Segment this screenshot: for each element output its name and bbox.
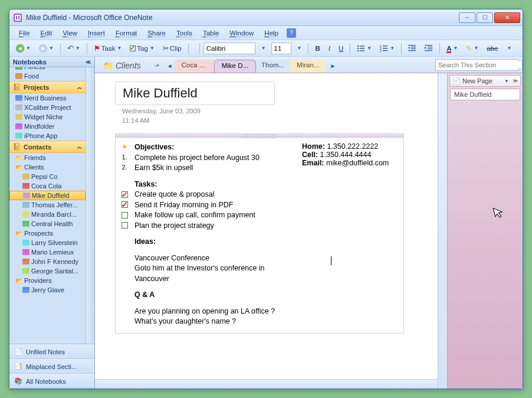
font-name-input[interactable] <box>203 43 255 54</box>
notebooks-icon: 📚 <box>14 377 22 385</box>
menu-edit[interactable]: Edit <box>36 28 57 38</box>
tab-mike-duffield[interactable]: Mike D... <box>214 60 256 73</box>
minimize-button[interactable]: ─ <box>459 12 475 23</box>
bullets-button[interactable]: ▼ <box>354 42 375 55</box>
svg-rect-3 <box>18 16 19 19</box>
menu-insert[interactable]: Insert <box>83 28 110 38</box>
indent-button[interactable] <box>422 42 436 55</box>
nav-item[interactable]: Mario Lemieux <box>9 247 86 257</box>
section-group-label[interactable]: 📁Clients <box>98 61 153 73</box>
back-button[interactable]: ◄▼ <box>13 42 34 55</box>
menu-share[interactable]: Share <box>143 28 170 38</box>
underline-button[interactable]: U <box>336 42 346 55</box>
nav-item[interactable]: George Santal... <box>9 266 86 276</box>
forward-button[interactable]: ►▼ <box>36 42 57 55</box>
page-time: 11:14 AM <box>122 117 433 124</box>
menu-view[interactable]: View <box>58 28 82 38</box>
nav-scrollbar[interactable] <box>86 67 94 344</box>
close-button[interactable]: ✕ <box>494 12 520 23</box>
nav-item[interactable]: Central Health <box>9 219 86 229</box>
toolbar-overflow[interactable]: ▼ <box>504 42 514 55</box>
nav-item[interactable]: Food <box>9 71 86 81</box>
section-color-icon <box>22 174 29 180</box>
new-page-button[interactable]: 📄New Page▼≫ <box>449 75 521 87</box>
tag-button[interactable]: ✓ Tag▼ <box>127 42 157 55</box>
titlebar[interactable]: Mike Duffield - Microsoft Office OneNote… <box>9 9 523 26</box>
vertical-scrollbar[interactable] <box>438 73 447 389</box>
tab-prev-button[interactable]: ◄ <box>165 63 175 73</box>
nav-item[interactable]: Thomas Jeffer... <box>9 200 86 210</box>
nav-item[interactable]: Miranda Barcl... <box>9 210 86 219</box>
outdent-button[interactable] <box>405 42 419 55</box>
nav-section-contacts[interactable]: 📔Contacts︽ <box>9 141 86 153</box>
nav-item[interactable]: iPhone App <box>9 131 86 141</box>
strikethrough-button[interactable]: abe <box>484 42 501 55</box>
nav-item[interactable]: 📁Friends <box>9 153 86 162</box>
checkbox-icon[interactable] <box>121 212 128 218</box>
maximize-button[interactable]: ☐ <box>477 12 493 23</box>
search-box[interactable]: 🔍▾ <box>435 59 519 71</box>
idea-item: Vancouver Conference <box>134 253 209 264</box>
nav-section-projects[interactable]: 📔Projects︽ <box>9 81 86 93</box>
numbering-button[interactable]: 123▼ <box>377 42 398 55</box>
menu-help[interactable]: Help <box>260 28 283 38</box>
font-color-button[interactable]: A▼ <box>444 42 461 55</box>
undo-button[interactable]: ↶▼ <box>64 42 83 55</box>
nav-item[interactable]: Widget Niche <box>9 112 86 122</box>
tab-thomas[interactable]: Thom... <box>254 60 291 73</box>
svg-rect-25 <box>425 50 432 51</box>
clip-button[interactable]: ✂ Clip <box>160 42 185 55</box>
highlight-button[interactable]: ✎▼ <box>463 42 481 55</box>
horizontal-scrollbar[interactable] <box>95 379 438 389</box>
font-size-dropdown[interactable]: ▼ <box>294 42 305 55</box>
nav-item[interactable]: Larry Silverstein <box>9 238 86 247</box>
note-container[interactable]: ★Objectives: 1.Complete his project befo… <box>115 133 404 334</box>
notebook-icon: 📔 <box>13 143 21 151</box>
nav-item[interactable]: XCaliber Project <box>9 103 86 112</box>
menu-window[interactable]: Window <box>225 28 258 38</box>
unfiled-notes-button[interactable]: 📄Unfiled Notes <box>9 344 94 359</box>
tab-next-button[interactable]: ► <box>328 63 337 73</box>
scroll-up-icon[interactable]: ⬏ <box>153 63 165 73</box>
tab-coca-cola[interactable]: Coca Cola <box>175 60 216 73</box>
tab-miranda[interactable]: Miran... <box>290 60 326 73</box>
menu-tools[interactable]: Tools <box>172 28 197 38</box>
nav-item[interactable]: Mindfolder <box>9 122 86 131</box>
menu-file[interactable]: File <box>14 28 35 38</box>
nav-item[interactable]: Pepsi Co <box>9 172 86 181</box>
page-title[interactable]: Mike Duffield <box>123 86 198 101</box>
checkbox-icon[interactable] <box>121 201 128 208</box>
nav-item-selected[interactable]: Mike Duffield <box>9 191 86 200</box>
menu-format[interactable]: Format <box>111 28 142 38</box>
checkbox-icon[interactable] <box>121 222 128 229</box>
search-input[interactable] <box>436 61 522 68</box>
menu-table[interactable]: Table <box>198 28 224 38</box>
nav-item[interactable]: John F Kennedy <box>9 257 86 266</box>
nav-item[interactable]: Fitness <box>9 67 86 71</box>
nav-item[interactable]: 📂Providers <box>9 276 86 285</box>
objectives-heading: Objectives: <box>134 142 174 153</box>
help-icon[interactable]: ? <box>287 28 296 38</box>
nav-item[interactable]: 📂Clients <box>9 162 86 172</box>
nav-item[interactable]: Coca Cola <box>9 181 86 191</box>
nav-item[interactable]: 📂Prospects <box>9 229 86 238</box>
nav-item[interactable]: Nerd Business <box>9 93 86 103</box>
checkbox-icon[interactable] <box>121 191 128 198</box>
misplaced-sections-button[interactable]: 📑Misplaced Secti... <box>9 359 94 374</box>
all-notebooks-button[interactable]: 📚All Notebooks <box>9 374 94 389</box>
search-button[interactable]: 🔍▾ <box>522 60 523 70</box>
page-tab[interactable]: Mike Duffield <box>450 89 520 100</box>
page-canvas[interactable]: Mike Duffield Wednesday, June 03, 2009 1… <box>95 73 438 379</box>
font-name-dropdown[interactable]: ▼ <box>258 42 269 55</box>
nav-header[interactable]: Notebooks≪ <box>9 57 94 67</box>
bold-button[interactable]: B <box>312 42 323 55</box>
note-drag-handle[interactable] <box>116 134 403 138</box>
section-color-icon <box>15 95 22 101</box>
task-button[interactable]: ⚑ Task▼ <box>91 42 125 55</box>
font-size-input[interactable] <box>271 43 291 54</box>
page-title-container[interactable]: Mike Duffield <box>115 81 275 105</box>
nav-item[interactable]: Jerry Glave <box>9 285 86 295</box>
italic-button[interactable]: I <box>326 42 333 55</box>
collapse-icon[interactable]: ≪ <box>86 59 91 65</box>
page-date: Wednesday, June 03, 2009 <box>122 107 433 115</box>
